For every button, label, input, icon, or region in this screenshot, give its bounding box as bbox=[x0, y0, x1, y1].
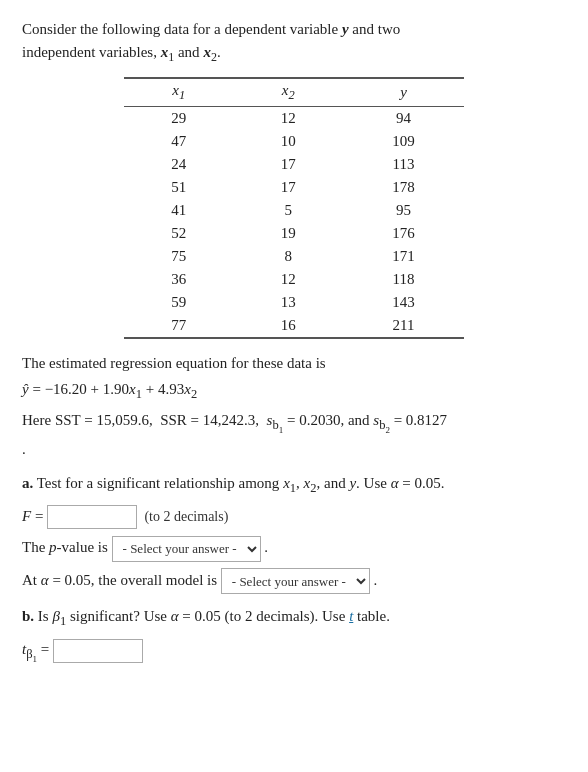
regression-intro: The estimated regression equation for th… bbox=[22, 351, 566, 375]
beta1-ref: β bbox=[52, 608, 59, 624]
table-row: 7716211 bbox=[124, 314, 464, 338]
part-a-label: a. bbox=[22, 475, 33, 491]
model-period: . bbox=[374, 572, 378, 588]
tbeta1-subscript: β1 bbox=[26, 647, 37, 661]
cell-r0-c1: 12 bbox=[233, 106, 342, 130]
cell-r6-c1: 8 bbox=[233, 245, 342, 268]
tbeta1-label: tβ1 = bbox=[22, 641, 53, 657]
col-header-y: y bbox=[343, 78, 464, 107]
cell-r3-c1: 17 bbox=[233, 176, 342, 199]
cell-r8-c2: 143 bbox=[343, 291, 464, 314]
t-table-link[interactable]: t bbox=[349, 608, 353, 624]
overall-model-line: At α = 0.05, the overall model is - Sele… bbox=[22, 568, 566, 595]
cell-r9-c0: 77 bbox=[124, 314, 233, 338]
cell-r4-c0: 41 bbox=[124, 199, 233, 222]
cell-r3-c0: 51 bbox=[124, 176, 233, 199]
tbeta1-line: tβ1 = bbox=[22, 637, 566, 666]
part-a-section: a. Test for a significant relationship a… bbox=[22, 471, 566, 595]
f-label: F = bbox=[22, 508, 47, 524]
cell-r5-c0: 52 bbox=[124, 222, 233, 245]
cell-r2-c2: 113 bbox=[343, 153, 464, 176]
pvalue-period: . bbox=[264, 539, 268, 555]
cell-r3-c2: 178 bbox=[343, 176, 464, 199]
period: . bbox=[22, 437, 566, 461]
pvalue-label: The p-value is bbox=[22, 539, 112, 555]
cell-r5-c1: 19 bbox=[233, 222, 342, 245]
cell-r4-c1: 5 bbox=[233, 199, 342, 222]
table-row: 758171 bbox=[124, 245, 464, 268]
cell-r8-c1: 13 bbox=[233, 291, 342, 314]
f-hint: (to 2 decimals) bbox=[141, 509, 228, 524]
table-row: 5219176 bbox=[124, 222, 464, 245]
table-row: 4710109 bbox=[124, 130, 464, 153]
y-ref: y bbox=[349, 475, 356, 491]
cell-r7-c1: 12 bbox=[233, 268, 342, 291]
table-row: 41595 bbox=[124, 199, 464, 222]
cell-r2-c1: 17 bbox=[233, 153, 342, 176]
regression-stats: Here SST = 15,059.6, SSR = 14,242.3, sb1… bbox=[22, 408, 566, 437]
cell-r5-c2: 176 bbox=[343, 222, 464, 245]
x2-var: x bbox=[203, 44, 211, 60]
cell-r6-c2: 171 bbox=[343, 245, 464, 268]
cell-r2-c0: 24 bbox=[124, 153, 233, 176]
y-var: y bbox=[342, 21, 349, 37]
part-a-question: a. Test for a significant relationship a… bbox=[22, 471, 566, 498]
cell-r9-c1: 16 bbox=[233, 314, 342, 338]
cell-r1-c0: 47 bbox=[124, 130, 233, 153]
intro-text: Consider the following data for a depend… bbox=[22, 18, 566, 67]
x2-subscript: 2 bbox=[211, 50, 217, 64]
x2-sub-ref: 2 bbox=[310, 481, 316, 495]
pvalue-select[interactable]: - Select your answer -less than .01betwe… bbox=[112, 536, 261, 562]
regression-equation: ŷ = −16.20 + 1.90x1 + 4.93x2 bbox=[22, 377, 566, 404]
cell-r7-c0: 36 bbox=[124, 268, 233, 291]
at-alpha-text: At α = 0.05, the overall model is bbox=[22, 572, 221, 588]
col-header-x2: x2 bbox=[233, 78, 342, 107]
cell-r6-c0: 75 bbox=[124, 245, 233, 268]
alpha-b-ref: α bbox=[171, 608, 179, 624]
cell-r1-c2: 109 bbox=[343, 130, 464, 153]
regression-section: The estimated regression equation for th… bbox=[22, 351, 566, 461]
data-table: x1 x2 y 29129447101092417113511717841595… bbox=[124, 77, 464, 339]
col-header-x1: x1 bbox=[124, 78, 233, 107]
table-row: 5913143 bbox=[124, 291, 464, 314]
alpha-ref: α bbox=[391, 475, 399, 491]
part-b-question: b. Is β1 significant? Use α = 0.05 (to 2… bbox=[22, 604, 566, 631]
tbeta1-input[interactable] bbox=[53, 639, 143, 663]
cell-r9-c2: 211 bbox=[343, 314, 464, 338]
table-row: 3612118 bbox=[124, 268, 464, 291]
f-input[interactable] bbox=[47, 505, 137, 529]
cell-r1-c1: 10 bbox=[233, 130, 342, 153]
cell-r0-c0: 29 bbox=[124, 106, 233, 130]
table-row: 5117178 bbox=[124, 176, 464, 199]
part-b-section: b. Is β1 significant? Use α = 0.05 (to 2… bbox=[22, 604, 566, 666]
pvalue-line: The p-value is - Select your answer -les… bbox=[22, 535, 566, 562]
cell-r0-c2: 94 bbox=[343, 106, 464, 130]
f-stat-line: F = (to 2 decimals) bbox=[22, 504, 566, 530]
table-row: 291294 bbox=[124, 106, 464, 130]
cell-r7-c2: 118 bbox=[343, 268, 464, 291]
model-select[interactable]: - Select your answer -significantnot sig… bbox=[221, 568, 370, 594]
beta1-sub: 1 bbox=[60, 614, 66, 628]
cell-r4-c2: 95 bbox=[343, 199, 464, 222]
table-row: 2417113 bbox=[124, 153, 464, 176]
x1-ref: x bbox=[283, 475, 290, 491]
x1-sub-ref: 1 bbox=[290, 481, 296, 495]
cell-r8-c0: 59 bbox=[124, 291, 233, 314]
table-header-row: x1 x2 y bbox=[124, 78, 464, 107]
part-b-label: b. bbox=[22, 608, 34, 624]
x1-subscript: 1 bbox=[168, 50, 174, 64]
